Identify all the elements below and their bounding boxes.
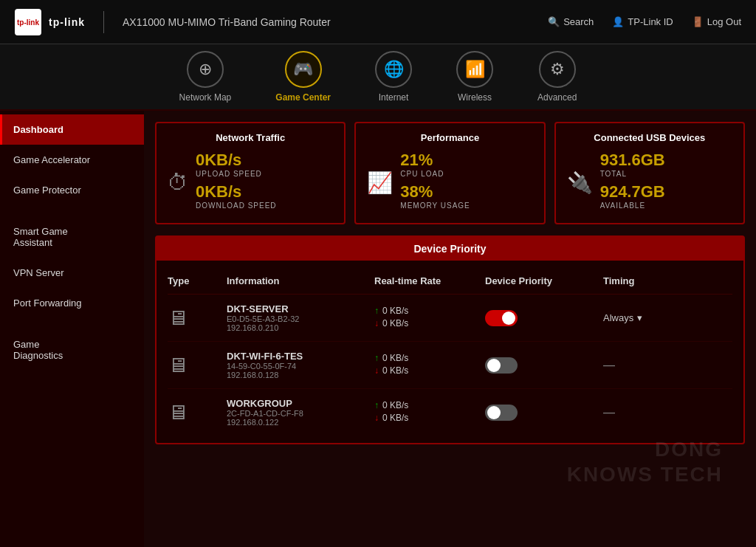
device-mac-1: E0-D5-5E-A3-B2-32 — [227, 314, 374, 323]
timing-select-1[interactable]: Always ▾ — [603, 312, 692, 323]
download-arrow-icon-3: ↓ — [374, 413, 379, 423]
sidebar-item-game-diagnostics[interactable]: Game Diagnostics — [0, 318, 144, 371]
cpu-label: CPU Load — [400, 170, 532, 178]
timing-dropdown-icon-1: ▾ — [637, 312, 642, 323]
device-mac-3: 2C-FD-A1-CD-CF-F8 — [227, 409, 374, 418]
speedometer-icon: ⏱ — [168, 171, 188, 195]
nav-item-game-center[interactable]: 🎮 Game Center — [275, 51, 331, 103]
available-row: 924.7GB Available — [600, 182, 732, 210]
device-type-icon-1: 🖥 — [168, 306, 227, 330]
device-mac-2: 14-59-C0-55-0F-74 — [227, 362, 374, 371]
priority-toggle-1[interactable] — [485, 310, 603, 326]
download-rate-2: ↓ 0 KB/s — [374, 365, 485, 376]
device-info-1: DKT-SERVER E0-D5-5E-A3-B2-32 192.168.0.2… — [227, 303, 374, 332]
priority-columns-header: Type Information Real-time Rate Device P… — [168, 268, 732, 295]
timing-dash-3: — — [603, 406, 692, 419]
tplink-id-label: TP-Link ID — [628, 16, 673, 27]
advanced-icon: ⚙ — [539, 51, 576, 88]
download-speed-value: 0KB/s — [196, 182, 333, 202]
toggle-knob-1 — [502, 312, 515, 325]
search-label: Search — [563, 16, 594, 27]
tplink-id-icon: 👤 — [612, 16, 624, 27]
header-divider — [103, 11, 104, 33]
col-info: Information — [227, 275, 374, 286]
nav-item-wireless[interactable]: 📶 Wireless — [456, 51, 493, 103]
download-label: DOWNLOAD SPEED — [196, 202, 333, 210]
toggle-knob-2 — [487, 359, 501, 372]
device-name-3: WORKGROUP — [227, 398, 374, 409]
device-ip-2: 192.168.0.128 — [227, 371, 374, 379]
upload-rate-3: ↑ 0 KB/s — [374, 400, 485, 410]
priority-toggle-2[interactable] — [485, 357, 603, 374]
performance-title: Performance — [367, 132, 532, 143]
device-type-icon-2: 🖥 — [168, 353, 227, 377]
nav-item-internet[interactable]: 🌐 Internet — [375, 51, 412, 103]
priority-table: Type Information Real-time Rate Device P… — [157, 261, 743, 443]
main-content: Network Traffic ⏱ 0KB/s UPLOAD SPEED 0KB… — [144, 111, 756, 547]
memory-label: Memory Usage — [400, 202, 532, 210]
device-info-3: WORKGROUP 2C-FD-A1-CD-CF-F8 192.168.0.12… — [227, 398, 374, 427]
sidebar-item-game-protector[interactable]: Game Protector — [0, 175, 144, 205]
sidebar-item-dashboard[interactable]: Dashboard — [0, 114, 144, 145]
logout-label: Log Out — [707, 16, 741, 27]
logout-button[interactable]: 🚪 Log Out — [692, 16, 741, 27]
device-priority-header: Device Priority — [157, 237, 743, 261]
stats-row: Network Traffic ⏱ 0KB/s UPLOAD SPEED 0KB… — [155, 122, 745, 224]
network-traffic-body: ⏱ 0KB/s UPLOAD SPEED 0KB/s DOWNLOAD SPEE… — [168, 151, 333, 214]
sidebar-item-port-forwarding[interactable]: Port Forwarding — [0, 288, 144, 318]
search-button[interactable]: 🔍 Search — [548, 16, 594, 27]
game-center-label: Game Center — [275, 92, 331, 103]
search-icon: 🔍 — [548, 16, 560, 27]
download-row: 0KB/s DOWNLOAD SPEED — [196, 182, 333, 210]
nav-item-advanced[interactable]: ⚙ Advanced — [537, 51, 577, 103]
sidebar-item-vpn-server[interactable]: VPN Server — [0, 258, 144, 288]
sidebar-item-smart-game-assistant[interactable]: Smart Game Assistant — [0, 205, 144, 258]
upload-rate-val-3: 0 KB/s — [382, 400, 408, 410]
router-model: AX11000 MU-MIMO Tri-Band Gaming Router — [123, 16, 331, 28]
usb-devices-title: Connected USB Devices — [567, 132, 732, 143]
upload-arrow-icon-1: ↑ — [374, 306, 379, 316]
performance-card: Performance 📈 21% CPU Load 38% Memory Us… — [354, 122, 545, 224]
nav-item-network-map[interactable]: ⊕ Network Map — [179, 51, 232, 103]
toggle-switch-2[interactable] — [485, 357, 518, 374]
sidebar-item-game-accelerator[interactable]: Game Accelerator — [0, 145, 144, 175]
cpu-load-value: 21% — [400, 151, 532, 170]
upload-rate-2: ↑ 0 KB/s — [374, 353, 485, 363]
upload-speed-value: 0KB/s — [196, 151, 333, 170]
wireless-icon: 📶 — [456, 51, 493, 88]
available-label: Available — [600, 202, 732, 210]
svg-text:tp-link: tp-link — [17, 18, 39, 27]
logo-area: tp-link tp-link AX11000 MU-MIMO Tri-Band… — [15, 9, 331, 35]
game-center-icon: 🎮 — [285, 51, 322, 88]
tplink-id-button[interactable]: 👤 TP-Link ID — [612, 16, 673, 27]
brand-name: tp-link — [49, 16, 85, 28]
toggle-switch-3[interactable] — [485, 405, 518, 421]
performance-values: 21% CPU Load 38% Memory Usage — [400, 151, 532, 214]
device-row-workgroup: 🖥 WORKGROUP 2C-FD-A1-CD-CF-F8 192.168.0.… — [168, 389, 732, 436]
priority-toggle-3[interactable] — [485, 405, 603, 421]
upload-label: UPLOAD SPEED — [196, 170, 333, 178]
internet-label: Internet — [379, 92, 409, 103]
timing-dash-2: — — [603, 359, 692, 372]
rate-info-3: ↑ 0 KB/s ↓ 0 KB/s — [374, 400, 485, 425]
network-traffic-values: 0KB/s UPLOAD SPEED 0KB/s DOWNLOAD SPEED — [196, 151, 333, 214]
download-rate-val-2: 0 KB/s — [382, 365, 408, 376]
rate-info-2: ↑ 0 KB/s ↓ 0 KB/s — [374, 353, 485, 378]
toggle-knob-3 — [487, 406, 501, 419]
col-timing: Timing — [603, 275, 692, 286]
download-arrow-icon-2: ↓ — [374, 365, 379, 376]
usb-devices-card: Connected USB Devices 🔌 931.6GB Total 92… — [554, 122, 745, 224]
device-row-dkt-server: 🖥 DKT-SERVER E0-D5-5E-A3-B2-32 192.168.0… — [168, 295, 732, 342]
performance-icon: 📈 — [367, 171, 393, 195]
device-row-dkt-wifi: 🖥 DKT-WI-FI-6-TES 14-59-C0-55-0F-74 192.… — [168, 342, 732, 389]
memory-usage-value: 38% — [400, 182, 532, 202]
tplink-logo-icon: tp-link — [15, 9, 41, 35]
col-rate: Real-time Rate — [374, 275, 485, 286]
memory-row: 38% Memory Usage — [400, 182, 532, 210]
device-ip-1: 192.168.0.210 — [227, 323, 374, 332]
header-right: 🔍 Search 👤 TP-Link ID 🚪 Log Out — [548, 16, 741, 27]
main-nav: ⊕ Network Map 🎮 Game Center 🌐 Internet 📶… — [0, 44, 756, 111]
main-layout: Dashboard Game Accelerator Game Protecto… — [0, 111, 756, 547]
network-map-icon: ⊕ — [187, 51, 224, 88]
toggle-switch-1[interactable] — [485, 310, 518, 326]
